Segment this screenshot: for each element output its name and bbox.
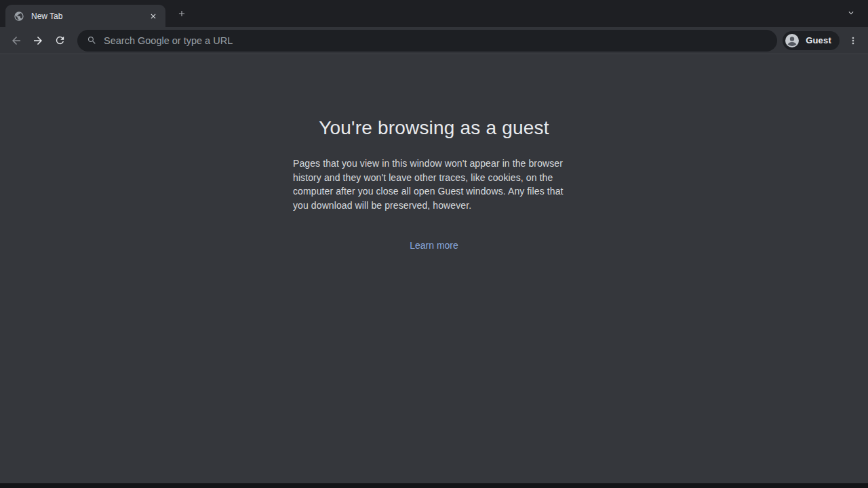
globe-favicon-icon bbox=[14, 11, 24, 22]
tab-new-tab[interactable]: New Tab bbox=[5, 5, 165, 27]
reload-button[interactable] bbox=[50, 31, 69, 50]
guest-avatar-icon bbox=[784, 33, 800, 49]
guest-profile-label: Guest bbox=[806, 35, 831, 45]
new-tab-button[interactable] bbox=[172, 4, 191, 23]
guest-profile-button[interactable]: Guest bbox=[783, 31, 840, 50]
learn-more-link[interactable]: Learn more bbox=[410, 240, 458, 251]
tab-search-chevron-icon[interactable] bbox=[842, 4, 860, 22]
toolbar: Guest bbox=[0, 27, 868, 54]
window-bottom-edge bbox=[0, 483, 868, 488]
address-bar[interactable] bbox=[77, 30, 777, 52]
guest-page: You're browsing as a guest Pages that yo… bbox=[0, 54, 868, 488]
forward-button[interactable] bbox=[28, 31, 47, 50]
menu-button[interactable] bbox=[844, 31, 863, 50]
guest-message-box: You're browsing as a guest Pages that yo… bbox=[293, 54, 575, 251]
page-title: You're browsing as a guest bbox=[293, 117, 575, 139]
tab-title: New Tab bbox=[31, 12, 146, 21]
guest-description: Pages that you view in this window won't… bbox=[293, 157, 575, 212]
back-button[interactable] bbox=[7, 31, 26, 50]
tab-close-icon[interactable] bbox=[146, 9, 160, 23]
tab-strip: New Tab bbox=[0, 0, 868, 27]
url-input[interactable] bbox=[104, 35, 768, 46]
browser-window: New Tab bbox=[0, 0, 868, 488]
search-icon bbox=[87, 35, 97, 45]
